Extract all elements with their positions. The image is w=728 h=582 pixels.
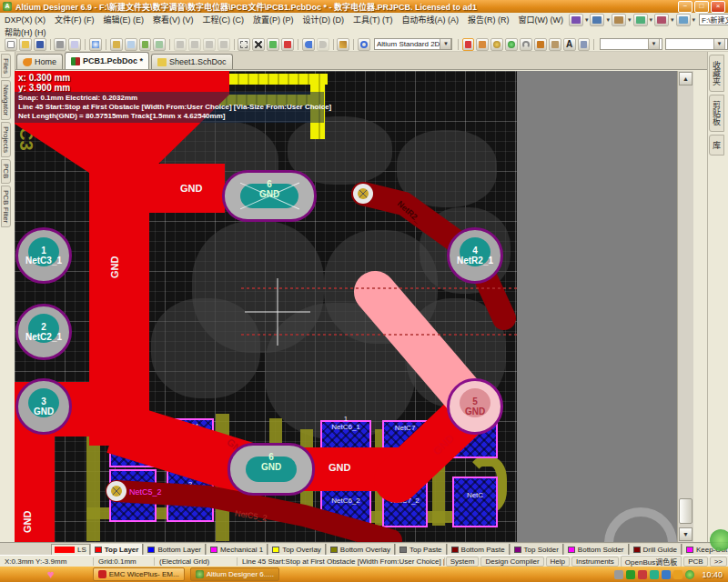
open-project-icon[interactable] [110,38,123,51]
pad-icon[interactable] [505,38,518,51]
net-combo[interactable]: ▼ [665,38,728,50]
layer-set-selector[interactable]: LS [51,544,90,556]
polygon-tool-icon[interactable] [633,14,648,26]
layer-tab-drill-guide[interactable]: Drill Guide [629,544,682,555]
grid-tool-icon[interactable] [676,14,691,26]
menu-design[interactable]: 设计(D) (D) [298,14,349,25]
tray-update-icon[interactable] [673,570,682,579]
panel-tab-projects[interactable]: Projects [1,122,11,157]
pad-5-gnd-highlighted[interactable]: 5GND [447,378,503,435]
menu-tools[interactable]: 工具(T) (T) [349,14,397,25]
cut-icon[interactable] [174,38,187,51]
chevron-down-icon[interactable]: ▾ [650,16,653,24]
tray-mail-icon[interactable] [662,570,671,579]
vertical-scrollbar[interactable]: ▲ ▼ [677,71,693,542]
layer-tab-top-overlay[interactable]: Top Overlay [268,544,326,555]
panel-tab-pcb-filter[interactable]: PCB Filter [1,186,11,227]
minimize-button[interactable]: − [678,1,693,13]
menu-edit[interactable]: 编辑(E) (E) [98,14,148,25]
clear-filter-icon[interactable] [281,38,294,51]
redo-icon[interactable] [317,38,329,51]
deselect-icon[interactable] [267,38,279,51]
view-mode-combo[interactable]: Altium Standard 2D▼ [374,38,452,50]
chevron-down-icon[interactable]: ▼ [648,38,660,50]
menu-help[interactable]: 帮助(H) (H) [0,26,51,38]
layer-tab-top-paste[interactable]: Top Paste [395,544,447,555]
copy-icon[interactable] [188,38,201,51]
panel-tab-files[interactable]: Files [1,54,11,78]
pad-tool-icon[interactable] [612,14,626,26]
panel-button-pcb[interactable]: PCB [683,557,707,567]
layer-tab-bottom-paste[interactable]: Bottom Paste [447,544,510,555]
panel-button-design-compiler[interactable]: Design Compiler [480,557,543,567]
tray-people-icon[interactable] [638,570,647,579]
tab-sheet1-schdoc[interactable]: Sheet1.SchDoc [151,54,233,69]
menu-file[interactable]: 文件(F) (F) [50,14,98,25]
pad-1-netc3-1[interactable]: 1NetC3_1 [15,227,72,284]
browse-icon[interactable] [153,38,166,51]
pad-3-gnd[interactable]: 3GND [15,378,72,435]
menu-autoroute[interactable]: 自动布线(A) (A) [397,14,463,25]
layer-tab-top-layer[interactable]: Top Layer [90,544,144,555]
panel-tab-libraries[interactable]: 库 [709,135,724,156]
panel-button-more[interactable]: >> [710,557,727,567]
open-icon[interactable] [19,38,32,51]
taskbar-item-altium[interactable]: Altium Designer 6..... [190,567,279,581]
restore-button[interactable]: □ [694,1,709,13]
layer-tab-mechanical-1[interactable]: Mechanical 1 [206,544,268,555]
chevron-down-icon[interactable]: ▾ [693,16,696,24]
view-eye-icon[interactable] [89,38,102,51]
pcb-board-area[interactable]: C3 C3 NetC5_1 NetC4_ 2C4_2 1NetC6_1 NetC… [15,71,517,542]
menu-place[interactable]: 放置(P) (P) [248,14,298,25]
tab-pcb1-pcbdoc[interactable]: PCB1.PcbDoc * [65,52,149,69]
paste-icon[interactable] [203,38,216,51]
menu-view[interactable]: 察看(V) (V) [148,14,198,25]
menu-dxp[interactable]: DXP(X) (X) [0,15,50,25]
via-icon[interactable] [490,38,503,51]
zoom-icon[interactable] [358,38,370,51]
pencil-icon[interactable] [337,38,349,51]
chevron-down-icon[interactable]: ▾ [671,16,674,24]
panel-button-help[interactable]: Help [546,557,570,567]
scrollbar-thumb[interactable] [679,498,693,524]
pad-2-netc2-1[interactable]: 2NetC2_1 [15,304,72,360]
layer-tab-bottom-layer[interactable]: Bottom Layer [143,544,206,555]
chevron-down-icon[interactable]: ▾ [585,16,589,24]
select-area-icon[interactable] [238,38,250,51]
move-icon[interactable] [252,38,265,51]
tray-globe-icon[interactable] [650,570,659,579]
layer-tab-bottom-overlay[interactable]: Bottom Overlay [326,544,395,555]
cross-probe-icon[interactable] [139,38,152,51]
project-path-combo[interactable]: F:\新建文件夹\数字调音\数字电位8▼ [699,14,728,25]
new-document-icon[interactable] [5,38,17,51]
component-icon[interactable] [549,38,561,51]
panel-tab-favorites[interactable]: 收藏夹 [709,55,724,92]
footprint-combo[interactable]: ▼ [600,38,662,50]
pad-6-gnd-top[interactable]: 6GND [222,170,317,222]
tray-usb-icon[interactable] [614,570,623,579]
panel-tab-clipboard[interactable]: 剪贴板 [709,95,724,132]
chevron-down-icon[interactable]: ▾ [606,16,610,24]
chevron-down-icon[interactable]: ▼ [713,38,725,50]
undo-icon[interactable] [302,38,315,51]
tray-shield-icon[interactable] [626,570,635,579]
taskbar-item-emc[interactable]: EMC WicePlus- EM... [93,567,185,581]
chevron-down-icon[interactable]: ▾ [628,16,632,24]
tab-home[interactable]: Home [16,54,63,69]
menu-reports[interactable]: 报告(R) (R) [463,14,514,25]
pad-4-netr2-1[interactable]: 4NetR2_1 [447,227,503,284]
arc-icon[interactable] [520,38,532,51]
pcb-editor-canvas[interactable]: C3 C3 NetC5_1 NetC4_ 2C4_2 1NetC6_1 NetC… [15,71,692,542]
dimension-icon[interactable] [578,38,591,51]
string-tool-icon[interactable]: A [563,38,576,51]
paste-special-icon[interactable] [217,38,230,51]
menu-window[interactable]: 窗口(W) (W) [513,14,567,25]
via-top[interactable] [353,184,373,204]
layer-tab-top-solder[interactable]: Top Solder [510,544,563,555]
tray-money-icon[interactable] [685,570,694,579]
arc-tool-icon[interactable] [590,14,604,26]
print-icon[interactable] [54,38,66,51]
panel-tab-navigator[interactable]: Navigator [1,80,11,120]
via-bottom[interactable] [106,481,126,501]
window-arrange-icon[interactable] [125,38,137,51]
